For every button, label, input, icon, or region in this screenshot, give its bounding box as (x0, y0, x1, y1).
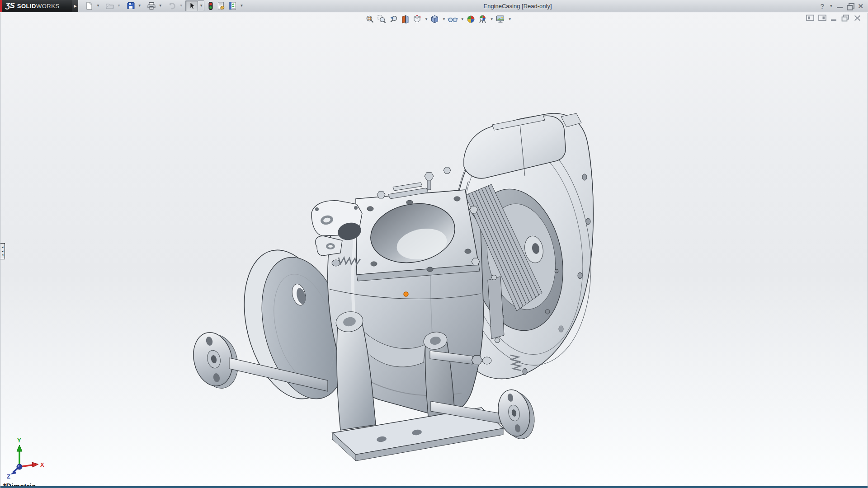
options-checklist-icon (228, 1, 237, 10)
headsup-view-toolbar: ▼ ▼ ▼ (365, 14, 512, 24)
left-pane-button[interactable] (806, 14, 814, 22)
hex-bolt (377, 191, 385, 198)
triad-y-label: Y (17, 437, 21, 444)
select-tool-group: ▼ (185, 0, 204, 11)
minimize-button[interactable] (837, 4, 843, 9)
window-bottom-edge (0, 486, 868, 488)
open-caret[interactable]: ▼ (117, 4, 121, 8)
triad-x-label: X (40, 461, 44, 468)
restore-button[interactable] (847, 3, 854, 9)
apply-scene-caret[interactable]: ▼ (490, 18, 494, 21)
view-orientation-caret[interactable]: ▼ (425, 18, 428, 21)
cursor-arrow-icon (188, 2, 195, 10)
menu-flyout-arrow-icon[interactable]: ▶ (72, 0, 78, 12)
eyeglasses-icon (448, 14, 458, 24)
new-document-icon (85, 1, 94, 10)
rebuild-button[interactable] (207, 0, 215, 11)
help-caret[interactable]: ▼ (830, 5, 833, 8)
view-settings-monitor-icon (495, 14, 505, 24)
undo-icon (168, 1, 177, 10)
apply-scene-button[interactable] (477, 14, 488, 24)
save-caret[interactable]: ▼ (138, 4, 142, 8)
document-title: EngineCasing [Read-only] (483, 3, 552, 9)
minimize-document-button[interactable] (830, 14, 837, 22)
main-toolbar: ▼ ▼ ▼ (78, 0, 244, 12)
options-button[interactable] (227, 0, 238, 11)
section-view-button[interactable] (400, 14, 410, 24)
open-button[interactable] (104, 0, 115, 11)
view-settings-button[interactable] (495, 14, 506, 24)
help-button[interactable]: ? (820, 2, 824, 10)
engine-casing-model[interactable] (0, 13, 868, 488)
window-controls: ? ▼ ✕ (820, 0, 863, 12)
triad-z-label: Z (7, 473, 10, 479)
file-properties-icon (217, 1, 226, 10)
zoom-to-area-button[interactable] (377, 14, 387, 24)
zoom-to-area-icon (377, 14, 387, 24)
previous-view-icon (389, 14, 398, 24)
select-tool-dropdown[interactable]: ▼ (198, 0, 204, 11)
hide-show-caret[interactable]: ▼ (461, 18, 464, 21)
save-floppy-icon (126, 1, 135, 10)
rebuild-traffic-light-icon (208, 1, 214, 10)
titlebar: ƷS SOLIDWORKS ▶ ▼ ▼ (0, 0, 868, 12)
file-properties-button[interactable] (216, 0, 226, 11)
print-icon (147, 1, 156, 10)
right-pane-button[interactable] (818, 14, 826, 22)
undo-button[interactable] (167, 0, 178, 11)
close-button[interactable]: ✕ (858, 3, 863, 9)
previous-view-button[interactable] (388, 14, 399, 24)
solidworks-wordmark: SOLIDWORKS (17, 3, 60, 9)
display-style-button[interactable] (429, 14, 440, 24)
graphics-viewport[interactable]: ▼ ▼ ▼ (0, 13, 868, 488)
hex-bolt (472, 258, 480, 265)
apply-scene-icon (478, 14, 487, 24)
zoom-to-fit-button[interactable] (365, 14, 375, 24)
solidworks-logo-mark: ƷS (5, 1, 14, 10)
view-orientation-button[interactable] (412, 14, 422, 24)
edit-appearance-button[interactable] (466, 14, 476, 24)
document-window-controls (806, 14, 861, 22)
solidworks-logo: ƷS SOLIDWORKS (0, 0, 72, 12)
hide-show-items-button[interactable] (447, 14, 458, 24)
view-settings-caret[interactable]: ▼ (508, 18, 512, 21)
select-tool-button[interactable] (185, 0, 198, 11)
zoom-to-fit-icon (365, 14, 375, 24)
section-view-icon (401, 14, 410, 24)
options-caret[interactable]: ▼ (240, 4, 244, 8)
hex-bolt (443, 167, 451, 174)
view-orientation-icon (412, 14, 422, 24)
restore-document-button[interactable] (841, 14, 849, 22)
save-button[interactable] (125, 0, 136, 11)
print-button[interactable] (146, 0, 157, 11)
display-style-caret[interactable]: ▼ (442, 18, 446, 21)
print-caret[interactable]: ▼ (159, 4, 162, 8)
feature-manager-collapsed-tab[interactable]: ◄ ◄ ◄ (0, 243, 5, 259)
appearance-ball-icon (466, 14, 476, 24)
hex-bolt (425, 172, 434, 180)
hex-bolt (470, 206, 478, 213)
display-style-icon (430, 14, 439, 24)
new-caret[interactable]: ▼ (96, 4, 100, 8)
open-folder-icon (105, 1, 114, 10)
undo-caret[interactable]: ▼ (179, 4, 183, 8)
close-document-button[interactable] (854, 14, 861, 22)
orientation-triad: Y X Z (3, 435, 47, 479)
new-document-button[interactable] (84, 0, 94, 11)
selection-point-marker[interactable] (404, 292, 408, 296)
